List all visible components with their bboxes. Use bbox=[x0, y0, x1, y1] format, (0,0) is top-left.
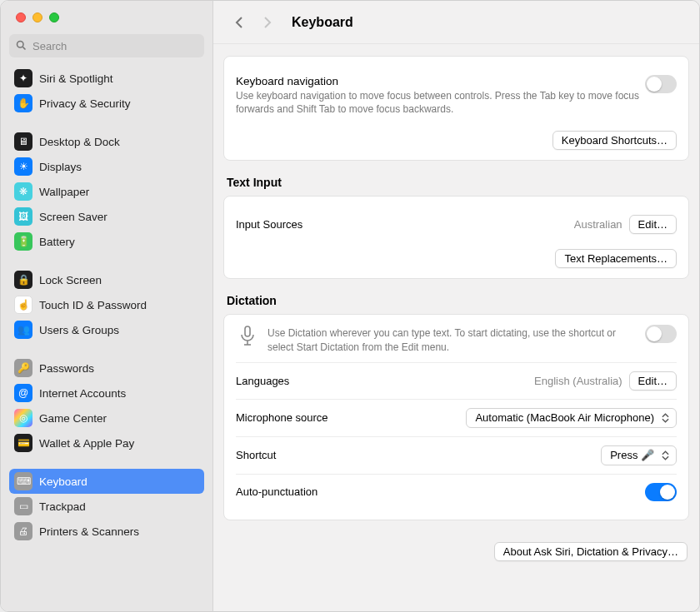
sidebar-item-displays[interactable]: ☀Displays bbox=[9, 154, 204, 179]
wallet-apple-pay-icon: 💳 bbox=[14, 434, 32, 452]
keyboard-nav-toggle[interactable] bbox=[645, 75, 677, 93]
sidebar-item-internet-accounts[interactable]: @Internet Accounts bbox=[9, 381, 204, 406]
main-pane: Keyboard Keyboard navigation Use keyboar… bbox=[213, 1, 699, 611]
input-sources-label: Input Sources bbox=[236, 218, 302, 231]
shortcut-label: Shortcut bbox=[236, 449, 276, 461]
sidebar-item-passwords[interactable]: 🔑Passwords bbox=[9, 356, 204, 381]
window-controls bbox=[9, 1, 204, 34]
microphone-icon bbox=[236, 325, 259, 348]
sidebar-item-label: Printers & Scanners bbox=[39, 525, 139, 538]
updown-icon bbox=[659, 448, 671, 463]
wallpaper-icon: ❋ bbox=[14, 182, 32, 201]
sidebar-item-label: Screen Saver bbox=[39, 211, 108, 223]
settings-window: ✦Siri & Spotlight✋Privacy & Security🖥Des… bbox=[0, 0, 700, 612]
shortcut-select[interactable]: Press 🎤 bbox=[601, 445, 677, 465]
sidebar-item-keyboard[interactable]: ⌨Keyboard bbox=[9, 469, 204, 494]
close-icon[interactable] bbox=[16, 12, 26, 22]
sidebar-item-wallet-apple-pay[interactable]: 💳Wallet & Apple Pay bbox=[9, 430, 204, 455]
dictation-toggle[interactable] bbox=[645, 325, 677, 343]
minimize-icon[interactable] bbox=[32, 12, 42, 22]
sidebar-item-desktop-dock[interactable]: 🖥Desktop & Dock bbox=[9, 129, 204, 154]
sidebar-divider bbox=[9, 455, 204, 469]
internet-accounts-icon: @ bbox=[14, 384, 32, 402]
back-button[interactable] bbox=[230, 13, 248, 32]
keyboard-nav-desc: Use keyboard navigation to move focus be… bbox=[236, 89, 645, 116]
text-input-panel: Input Sources Australian Edit… Text Repl… bbox=[223, 196, 689, 279]
sidebar-item-label: Trackpad bbox=[39, 500, 86, 513]
lock-screen-icon: 🔒 bbox=[14, 271, 32, 289]
sidebar-divider bbox=[9, 254, 204, 267]
auto-punctuation-label: Auto-punctuation bbox=[236, 485, 318, 498]
sidebar-item-label: Internet Accounts bbox=[39, 387, 126, 400]
sidebar-nav: ✦Siri & Spotlight✋Privacy & Security🖥Des… bbox=[9, 66, 204, 544]
privacy-security-icon: ✋ bbox=[14, 94, 32, 112]
text-input-section-title: Text Input bbox=[227, 176, 686, 189]
toolbar: Keyboard bbox=[213, 1, 699, 44]
sidebar-item-printers-scanners[interactable]: 🖨Printers & Scanners bbox=[9, 519, 204, 544]
keyboard-icon: ⌨ bbox=[14, 472, 32, 490]
sidebar-item-label: Keyboard bbox=[39, 475, 88, 488]
updown-icon bbox=[659, 410, 671, 425]
sidebar-item-screen-saver[interactable]: 🖼Screen Saver bbox=[9, 204, 204, 229]
search-icon bbox=[15, 39, 28, 52]
dictation-privacy-button[interactable]: About Ask Siri, Dictation & Privacy… bbox=[494, 542, 688, 561]
dictation-blurb: Use Dictation wherever you can type text… bbox=[268, 326, 637, 353]
svg-point-0 bbox=[18, 42, 24, 48]
displays-icon: ☀ bbox=[14, 157, 32, 176]
search-input[interactable] bbox=[9, 34, 204, 57]
dictation-section-title: Dictation bbox=[227, 294, 686, 307]
mic-source-select[interactable]: Automatic (MacBook Air Microphone) bbox=[466, 408, 677, 428]
sidebar-item-label: Game Center bbox=[39, 412, 107, 425]
keyboard-nav-title: Keyboard navigation bbox=[236, 75, 645, 87]
search-field-wrap bbox=[9, 34, 204, 57]
sidebar-item-label: Desktop & Dock bbox=[39, 136, 120, 148]
sidebar-item-label: Lock Screen bbox=[39, 274, 102, 286]
sidebar-item-label: Battery bbox=[39, 236, 75, 248]
auto-punctuation-toggle[interactable] bbox=[645, 483, 677, 501]
sidebar-item-siri-spotlight[interactable]: ✦Siri & Spotlight bbox=[9, 66, 204, 91]
sidebar-item-label: Wallpaper bbox=[39, 186, 89, 198]
sidebar-item-privacy-security[interactable]: ✋Privacy & Security bbox=[9, 91, 204, 116]
sidebar-item-label: Displays bbox=[39, 161, 82, 173]
svg-line-1 bbox=[22, 47, 25, 49]
page-title: Keyboard bbox=[292, 15, 353, 30]
sidebar-item-battery[interactable]: 🔋Battery bbox=[9, 229, 204, 254]
sidebar-divider bbox=[9, 116, 204, 129]
svg-rect-2 bbox=[245, 326, 250, 336]
dictation-panel: Use Dictation wherever you can type text… bbox=[223, 314, 689, 520]
sidebar-item-game-center[interactable]: ◎Game Center bbox=[9, 406, 204, 430]
game-center-icon: ◎ bbox=[14, 409, 32, 427]
text-replacements-button[interactable]: Text Replacements… bbox=[555, 249, 677, 268]
mic-source-value: Automatic (MacBook Air Microphone) bbox=[475, 411, 654, 424]
languages-value: English (Australia) bbox=[534, 375, 622, 387]
keyboard-nav-panel: Keyboard navigation Use keyboard navigat… bbox=[223, 56, 689, 161]
sidebar-item-label: Users & Groups bbox=[39, 324, 119, 336]
sidebar-item-label: Touch ID & Password bbox=[39, 299, 147, 311]
input-sources-edit-button[interactable]: Edit… bbox=[629, 215, 677, 234]
sidebar: ✦Siri & Spotlight✋Privacy & Security🖥Des… bbox=[1, 1, 213, 611]
input-sources-value: Australian bbox=[574, 218, 622, 231]
sidebar-divider bbox=[9, 342, 204, 356]
trackpad-icon: ▭ bbox=[14, 497, 32, 515]
sidebar-item-label: Privacy & Security bbox=[39, 97, 131, 110]
zoom-icon[interactable] bbox=[49, 12, 59, 22]
shortcut-value: Press 🎤 bbox=[610, 449, 654, 461]
mic-source-label: Microphone source bbox=[236, 411, 328, 424]
sidebar-item-label: Passwords bbox=[39, 362, 94, 375]
forward-button[interactable] bbox=[258, 13, 277, 32]
languages-edit-button[interactable]: Edit… bbox=[629, 371, 677, 391]
keyboard-shortcuts-button[interactable]: Keyboard Shortcuts… bbox=[552, 131, 677, 150]
sidebar-item-label: Siri & Spotlight bbox=[39, 72, 113, 85]
screen-saver-icon: 🖼 bbox=[14, 207, 32, 226]
passwords-icon: 🔑 bbox=[14, 359, 32, 377]
sidebar-item-label: Wallet & Apple Pay bbox=[39, 437, 134, 450]
sidebar-item-wallpaper[interactable]: ❋Wallpaper bbox=[9, 179, 204, 204]
printers-scanners-icon: 🖨 bbox=[14, 522, 32, 540]
sidebar-item-lock-screen[interactable]: 🔒Lock Screen bbox=[9, 267, 204, 292]
battery-icon: 🔋 bbox=[14, 232, 32, 251]
content[interactable]: Keyboard navigation Use keyboard navigat… bbox=[213, 44, 699, 611]
languages-label: Languages bbox=[236, 375, 289, 387]
sidebar-item-trackpad[interactable]: ▭Trackpad bbox=[9, 494, 204, 519]
sidebar-item-users-groups[interactable]: 👥Users & Groups bbox=[9, 317, 204, 342]
sidebar-item-touch-id-password[interactable]: ☝Touch ID & Password bbox=[9, 292, 204, 317]
